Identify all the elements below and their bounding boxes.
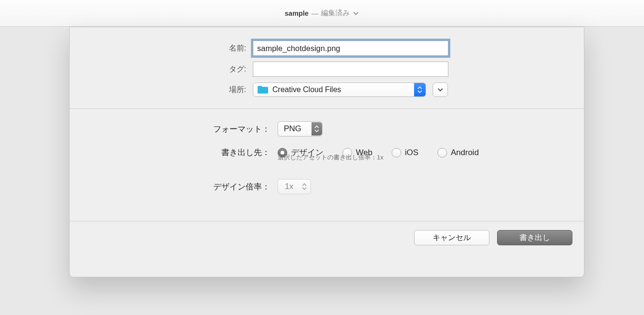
window-titlebar: sample — 編集済み	[0, 0, 644, 27]
format-label: フォーマット：	[70, 124, 270, 135]
popup-arrows-icon	[302, 183, 307, 190]
format-select[interactable]: PNG	[278, 121, 322, 136]
filename-input[interactable]	[253, 41, 448, 56]
cancel-button[interactable]: キャンセル	[414, 230, 489, 245]
titlebar-title: sample	[285, 10, 309, 17]
titlebar-separator: —	[312, 10, 319, 17]
design-scale-value: 1x	[285, 182, 302, 191]
location-popup[interactable]: Creative Cloud Files	[253, 83, 426, 97]
export-dialog: 名前: タグ: 場所: Creative Cloud Files	[69, 27, 584, 277]
tags-input[interactable]	[253, 62, 448, 77]
location-value: Creative Cloud Files	[272, 85, 414, 94]
format-value: PNG	[284, 124, 312, 134]
titlebar-status: 編集済み	[321, 9, 350, 18]
chevron-down-icon[interactable]	[353, 10, 359, 17]
dialog-footer: キャンセル 書き出し	[70, 221, 584, 254]
design-scale-select[interactable]: 1x	[278, 179, 311, 194]
export-scale-hint: 選択したアセットの書き出し倍率：1x	[278, 153, 584, 162]
tags-label: タグ:	[70, 64, 246, 74]
dialog-top-section: 名前: タグ: 場所: Creative Cloud Files	[70, 27, 584, 109]
folder-icon	[257, 85, 269, 94]
popup-arrows-icon	[414, 83, 426, 96]
location-label: 場所:	[70, 85, 246, 95]
design-scale-label: デザイン倍率：	[70, 181, 270, 192]
export-button[interactable]: 書き出し	[497, 230, 572, 245]
dialog-mid-section: フォーマット： PNG 書き出し先： デザイン	[70, 109, 584, 221]
name-label: 名前:	[70, 43, 246, 53]
location-disclosure-button[interactable]	[433, 83, 448, 97]
export-to-label: 書き出し先：	[70, 147, 270, 158]
popup-arrows-icon	[312, 122, 322, 136]
